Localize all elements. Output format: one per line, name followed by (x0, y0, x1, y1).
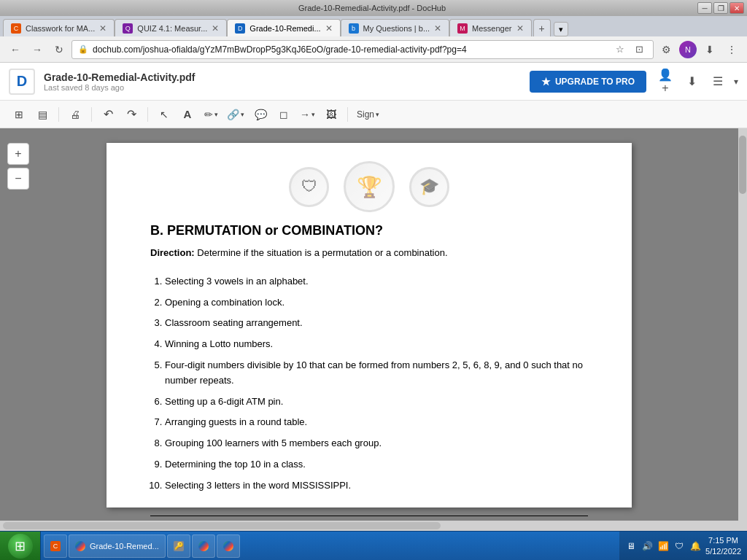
taskbar-app-start[interactable]: C (44, 534, 67, 558)
tab-label-quiz: QUIZ 4.1: Measur... (137, 24, 207, 33)
browser-window: Grade-10-Remedial-Activity.pdf - DocHub … (0, 0, 747, 531)
taskbar-time: 7:15 PM 5/12/2022 (705, 535, 741, 556)
tray-volume-icon[interactable]: 🔊 (641, 540, 653, 552)
dochub-logo[interactable]: D (9, 69, 35, 95)
pdf-logo-1: 🛡 (289, 167, 329, 207)
more-menu-button[interactable]: ☰ (708, 71, 728, 92)
cursor-tool-button[interactable]: ↖ (154, 104, 174, 125)
lock-icon: 🔒 (78, 44, 88, 54)
download-doc-button[interactable]: ⬇ (681, 71, 702, 92)
cursor-icon: ↖ (160, 109, 169, 120)
grid-icon: ⊞ (15, 109, 23, 120)
horizontal-scrollbar[interactable] (0, 521, 747, 531)
tab-classwork[interactable]: C Classwork for MA... ✕ (3, 19, 115, 36)
list-item-5: Four-digit numbers divisible by 10 that … (165, 358, 588, 389)
bookmark-button[interactable]: ☆ (612, 42, 628, 58)
list-item-3: Classroom seating arrangement. (165, 316, 588, 331)
taskbar-app-chrome3[interactable] (217, 534, 240, 558)
image-tool-button[interactable]: 🖼 (321, 104, 341, 125)
star-icon: ★ (541, 76, 551, 88)
address-bar[interactable]: 🔒 dochub.com/joshua-ofialda/gYzM7mBwDrop… (71, 40, 654, 59)
zoom-in-icon: + (15, 147, 21, 160)
back-button[interactable]: ← (6, 40, 25, 59)
pages-view-button[interactable]: ▤ (32, 104, 53, 125)
dochub-header-icons: 👤+ ⬇ ☰ ▾ (655, 71, 738, 92)
pages-icon: ▤ (38, 109, 47, 120)
tray-notification-icon[interactable]: 🔔 (689, 540, 701, 552)
pen-icon: ✏ (204, 109, 213, 120)
list-item-4: Winning a Lotto numbers. (165, 337, 588, 352)
link-tool-button[interactable]: 🔗 ▾ (224, 104, 247, 125)
add-user-button[interactable]: 👤+ (655, 71, 676, 92)
redo-button[interactable]: ↷ (121, 104, 142, 125)
download-button[interactable]: ⬇ (700, 40, 719, 59)
tab-close-messenger[interactable]: ✕ (516, 23, 524, 34)
scrollbar-track[interactable] (738, 128, 747, 521)
zoom-in-button[interactable]: + (7, 143, 29, 165)
tab-close-quiz[interactable]: ✕ (212, 23, 219, 34)
taskbar-app-chrome2[interactable] (192, 534, 215, 558)
list-item-1: Selecting 3 vowels in an alphabet. (165, 274, 588, 289)
date-display: 5/12/2022 (705, 546, 741, 556)
titlebar-controls: ─ ❐ ✕ (697, 2, 744, 14)
taskbar-app-keys[interactable]: 🔑 (167, 534, 190, 558)
tab-grade10[interactable]: D Grade-10-Remedi... ✕ (227, 19, 340, 36)
undo-button[interactable]: ↶ (98, 104, 118, 125)
horizontal-scrollbar-thumb[interactable] (3, 522, 441, 529)
pdf-direction-text: Determine if the situation is a permutat… (197, 247, 447, 258)
restore-button[interactable]: ❐ (713, 2, 728, 14)
extensions-button[interactable]: ⚙ (657, 40, 676, 59)
start-button[interactable]: ⊞ (0, 532, 41, 561)
list-item-7: Arranging guests in a round table. (165, 415, 588, 430)
text-tool-button[interactable]: A (177, 104, 198, 125)
pdf-direction-label: Direction: (150, 247, 195, 258)
arrow-icon: → (300, 109, 310, 120)
menu-button[interactable]: ⋮ (722, 40, 741, 59)
image-icon: 🖼 (326, 109, 336, 120)
forward-button[interactable]: → (28, 40, 47, 59)
grid-view-button[interactable]: ⊞ (9, 104, 29, 125)
list-item-6: Setting up a 6-digit ATM pin. (165, 394, 588, 410)
sign-dropdown-icon: ▾ (376, 111, 379, 118)
minimize-button[interactable]: ─ (697, 2, 712, 14)
zoom-out-button[interactable]: − (7, 168, 29, 190)
pdf-section-title: B. PERMUTATION or COMBINATION? (150, 223, 588, 238)
arrow-tool-button[interactable]: → ▾ (297, 104, 318, 125)
tab-messenger[interactable]: M Messenger ✕ (449, 19, 531, 36)
taskbar-app-chrome[interactable]: Grade-10-Remed... (69, 534, 166, 558)
list-item-10: Selecting 3 letters in the word MISSISSI… (165, 478, 588, 494)
eraser-icon: ◻ (279, 109, 288, 120)
tab-quiz[interactable]: Q QUIZ 4.1: Measur... ✕ (115, 19, 227, 36)
scrollbar-thumb[interactable] (739, 136, 746, 194)
tab-close-myquestions[interactable]: ✕ (434, 23, 441, 34)
pdf-viewer[interactable]: + − 🛡 🏆 🎓 B. PERMUTATION or COMBINATION?… (0, 128, 738, 521)
upgrade-btn-label: UPGRADE TO PRO (555, 77, 635, 87)
time-display: 7:15 PM (705, 535, 741, 545)
upgrade-to-pro-button[interactable]: ★ UPGRADE TO PRO (530, 71, 646, 93)
sign-button[interactable]: Sign ▾ (354, 104, 382, 125)
eraser-tool-button[interactable]: ◻ (274, 104, 294, 125)
list-item-8: Grouping 100 learners with 5 members eac… (165, 436, 588, 451)
tray-network-icon[interactable]: 📶 (657, 540, 669, 552)
reader-button[interactable]: ⊡ (631, 42, 647, 58)
close-button[interactable]: ✕ (729, 2, 744, 14)
navbar: ← → ↻ 🔒 dochub.com/joshua-ofialda/gYzM7m… (0, 36, 747, 63)
pdf-logo-3: 🎓 (409, 167, 449, 207)
tab-close-classwork[interactable]: ✕ (99, 23, 107, 34)
profile-button[interactable]: N (678, 40, 697, 59)
tab-myquestions[interactable]: b My Questions | b... ✕ (341, 19, 450, 36)
tab-favicon-classwork: C (11, 23, 21, 34)
print-button[interactable]: 🖨 (65, 104, 85, 125)
dochub-header: D Grade-10-Remedial-Activity.pdf Last sa… (0, 63, 747, 101)
tray-monitor-icon[interactable]: 🖥 (625, 540, 637, 552)
comment-tool-button[interactable]: 💬 (250, 104, 271, 125)
tray-antivirus-icon[interactable]: 🛡 (673, 540, 685, 552)
new-tab-button[interactable]: + (533, 19, 551, 36)
taskbar-keys-icon: 🔑 (174, 541, 184, 551)
redo-icon: ↷ (127, 107, 136, 121)
tab-list-button[interactable]: ▾ (554, 22, 568, 36)
pen-tool-button[interactable]: ✏ ▾ (201, 104, 221, 125)
tab-close-grade10[interactable]: ✕ (325, 23, 333, 34)
refresh-button[interactable]: ↻ (50, 40, 69, 59)
user-avatar[interactable]: N (679, 41, 697, 58)
